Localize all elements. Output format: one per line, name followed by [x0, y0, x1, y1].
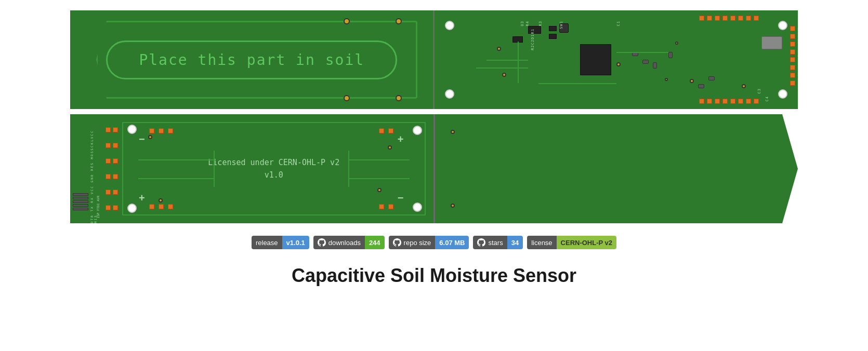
- badge-stars-value: 34: [507, 236, 523, 249]
- pcb-back-probe: [435, 114, 798, 223]
- badge-repo-size[interactable]: repo size 6.07 MB: [389, 236, 469, 249]
- pcb-divider-bottom: [433, 114, 435, 223]
- badge-repo-size-label: repo size: [389, 236, 436, 249]
- badge-stars[interactable]: stars 34: [473, 236, 523, 249]
- badge-downloads-value: 244: [365, 236, 385, 249]
- badge-downloads-label: downloads: [313, 236, 365, 249]
- badge-downloads[interactable]: downloads 244: [313, 236, 385, 249]
- pcb-top-board: Place this part in soil: [70, 10, 798, 109]
- pcb-soil-probe: Place this part in soil: [70, 10, 433, 109]
- pcb-bottom-board: DTR TX RX VCC GND RES MOSSCKLVCC MI5 ISP…: [70, 114, 798, 223]
- page-title: Capacitive Soil Moisture Sensor: [292, 265, 576, 287]
- badges-row: release v1.0.1 downloads 244 repo size 6…: [252, 236, 616, 249]
- github-icon-repo: [393, 238, 401, 247]
- badge-license-value: CERN-OHL-P v2: [557, 236, 616, 249]
- pcb-container: Place this part in soil: [70, 10, 798, 223]
- github-icon-downloads: [318, 238, 326, 247]
- badge-stars-label: stars: [473, 236, 507, 249]
- badge-repo-size-value: 6.07 MB: [435, 236, 469, 249]
- badge-release-label: release: [252, 236, 282, 249]
- pcb-electronics: U3 R4 R2C2D1R1 R3 SW1 C1 C3 C4: [435, 10, 798, 109]
- pcb-bottom-left: DTR TX RX VCC GND RES MOSSCKLVCC MI5 ISP…: [70, 114, 433, 223]
- license-text: Licensed under CERN-OHL-P v2 v1.0: [208, 156, 339, 181]
- github-icon-stars: [477, 238, 485, 247]
- badge-license[interactable]: license CERN-OHL-P v2: [527, 236, 616, 249]
- ic-chip-main: [580, 44, 611, 75]
- soil-label: Place this part in soil: [106, 40, 397, 79]
- badge-license-label: license: [527, 236, 556, 249]
- badge-release-value: v1.0.1: [282, 236, 309, 249]
- badge-release[interactable]: release v1.0.1: [252, 236, 309, 249]
